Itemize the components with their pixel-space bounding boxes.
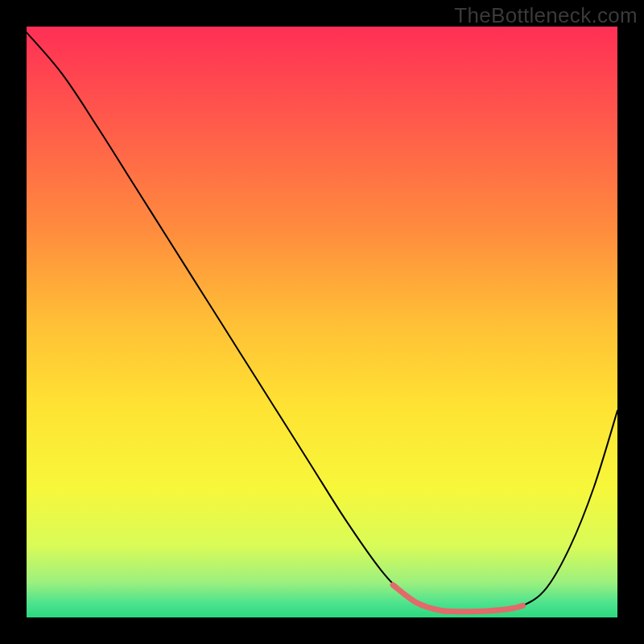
chart-frame: TheBottleneck.com: [0, 0, 644, 644]
plot-area: [27, 27, 617, 617]
gradient-rect: [27, 27, 617, 617]
watermark-label: TheBottleneck.com: [454, 3, 638, 28]
chart-svg: [27, 27, 617, 617]
